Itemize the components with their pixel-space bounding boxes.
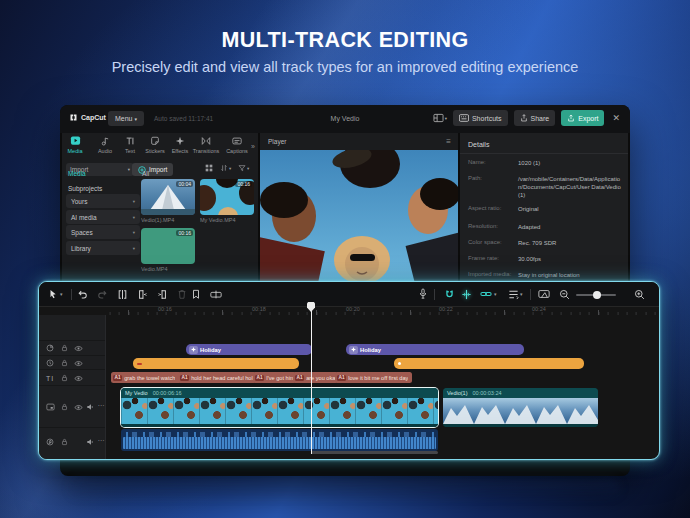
chevron-down-icon[interactable]: ▾ — [520, 291, 523, 297]
tab-captions[interactable]: Captions — [225, 135, 249, 159]
eye-icon[interactable] — [73, 373, 83, 383]
player-menu-icon[interactable]: ≡ — [446, 137, 451, 146]
timeline-zoom-slider[interactable] — [576, 294, 616, 296]
sidebar-item-ai-media[interactable]: AI media ▾ — [66, 210, 140, 224]
detail-value: Adapted — [518, 223, 622, 231]
sidebar-item-media[interactable]: Media — [68, 170, 86, 177]
lock-icon[interactable] — [59, 437, 69, 447]
sidebar-item-library[interactable]: Library ▾ — [66, 241, 140, 255]
eye-icon[interactable] — [73, 402, 83, 412]
sidebar-item-subprojects[interactable]: Subprojects — [68, 185, 102, 192]
split-icon[interactable] — [115, 287, 129, 301]
zoom-out-icon[interactable] — [557, 287, 571, 301]
magnetism-icon[interactable] — [442, 287, 456, 301]
lock-icon[interactable] — [59, 343, 69, 353]
caption-text: love it bit me off first day — [348, 375, 408, 381]
shortcuts-button[interactable]: Shortcuts — [453, 110, 508, 126]
window-reflection — [70, 478, 620, 500]
sticker-clip-holiday[interactable]: Holiday — [186, 344, 312, 355]
timeline-horizontal-scrollbar[interactable] — [311, 451, 438, 454]
more-tabs-icon[interactable]: » — [251, 143, 255, 150]
duration-badge: 00:16 — [235, 181, 252, 187]
redo-icon[interactable] — [95, 287, 109, 301]
track-header-video: ⋯ — [39, 385, 105, 428]
preview-axis-icon[interactable] — [537, 287, 551, 301]
caption-clip[interactable]: A1 are you okay — [293, 372, 338, 383]
detail-label: Resolution: — [468, 223, 498, 229]
chevron-down-icon: ▾ — [445, 116, 447, 121]
sticker-clip-holiday[interactable]: Holiday — [346, 344, 524, 355]
undo-icon[interactable] — [75, 287, 89, 301]
zoom-slider-handle[interactable] — [593, 291, 601, 299]
chevron-down-icon: ▾ — [229, 166, 231, 171]
tab-media[interactable]: Media — [63, 135, 87, 159]
filter-icon[interactable]: ▾ — [238, 164, 249, 172]
more-options-icon[interactable]: ⋯ — [96, 436, 106, 446]
linking-icon[interactable] — [479, 287, 493, 301]
sort-icon[interactable]: ▾ — [220, 164, 231, 172]
media-thumbnail-group-2[interactable]: 00:16 — [141, 228, 195, 264]
tab-effects[interactable]: Effects — [168, 135, 192, 159]
sidebar-item-label: Library — [71, 245, 91, 252]
voiceover-mic-icon[interactable] — [416, 287, 430, 301]
lock-icon[interactable] — [59, 358, 69, 368]
delete-left-icon[interactable] — [135, 287, 149, 301]
rename-icon[interactable] — [209, 287, 223, 301]
caption-clip[interactable]: A1 love it bit me off first day — [335, 372, 412, 383]
caption-clip[interactable]: A1 grab the towel watch — [111, 372, 181, 383]
caption-text: hold her head careful hol — [191, 375, 253, 381]
effects-tab-icon — [175, 135, 186, 146]
duration-badge: 00:04 — [176, 181, 193, 187]
video-clip-vedio-1[interactable]: Vedio(1) 00:00:03:24 — [443, 388, 598, 427]
export-button[interactable]: Export — [561, 110, 604, 126]
layout-panels-icon[interactable]: ▾ — [433, 113, 447, 123]
template-track-icon — [45, 358, 55, 368]
caption-clip[interactable]: A1 hold her head careful hol — [178, 372, 256, 383]
tab-audio[interactable]: Audio — [93, 135, 117, 159]
tab-stickers[interactable]: Stickers — [143, 135, 167, 159]
close-icon[interactable]: ✕ — [610, 113, 622, 123]
lock-icon[interactable] — [59, 402, 69, 412]
track-height-icon[interactable] — [506, 287, 520, 301]
track-header-column: TI — [39, 315, 106, 459]
detail-label: Imported media: — [468, 271, 511, 277]
track-header-sticker — [39, 340, 105, 356]
tab-text[interactable]: Text — [118, 135, 142, 159]
ruler-tick-label: 00:22 — [439, 306, 453, 312]
clip-marker-icon — [137, 363, 142, 365]
import-button[interactable]: Import — [132, 163, 173, 176]
template-clip[interactable] — [394, 358, 584, 369]
snapping-icon[interactable] — [459, 287, 473, 301]
eye-icon[interactable] — [73, 343, 83, 353]
lock-icon[interactable] — [59, 373, 69, 383]
sidebar-item-yours[interactable]: Yours ▾ — [66, 194, 140, 208]
more-options-icon[interactable]: ⋯ — [96, 401, 106, 411]
share-button[interactable]: Share — [514, 110, 556, 126]
track-header-template — [39, 355, 105, 370]
audio-track-icon — [45, 437, 55, 447]
eye-icon[interactable] — [73, 358, 83, 368]
audio-clip[interactable] — [121, 429, 438, 451]
caption-text: I've got him — [266, 375, 294, 381]
mute-speaker-icon[interactable] — [85, 437, 95, 447]
zoom-in-icon[interactable] — [632, 287, 646, 301]
timeline-toolbar: ▾ — [39, 282, 659, 307]
delete-right-icon[interactable] — [155, 287, 169, 301]
mute-speaker-icon[interactable] — [85, 402, 95, 412]
chevron-down-icon[interactable]: ▾ — [60, 291, 63, 297]
media-thumbnail-mountain[interactable]: 00:04 — [141, 179, 195, 215]
timeline-ruler[interactable]: 00:16 00:18 00:20 00:22 00:24 — [105, 307, 659, 315]
playhead-line[interactable] — [311, 303, 312, 454]
tab-transitions[interactable]: Transitions — [194, 135, 218, 159]
delete-icon[interactable] — [175, 287, 189, 301]
select-tool-icon[interactable] — [46, 287, 60, 301]
caption-clip[interactable]: A1 I've got him — [253, 372, 296, 383]
media-thumbnail-group[interactable]: 00:16 — [200, 179, 254, 215]
sidebar-item-spaces[interactable]: Spaces ▾ — [66, 225, 140, 239]
grid-view-icon[interactable] — [205, 164, 213, 172]
player-viewport[interactable] — [260, 150, 458, 281]
template-clip[interactable] — [133, 358, 299, 369]
marker-icon[interactable] — [189, 287, 203, 301]
chevron-down-icon[interactable]: ▾ — [494, 291, 497, 297]
video-clip-my-vedio[interactable]: My Vedio 00:00:06:16 — [121, 388, 438, 427]
